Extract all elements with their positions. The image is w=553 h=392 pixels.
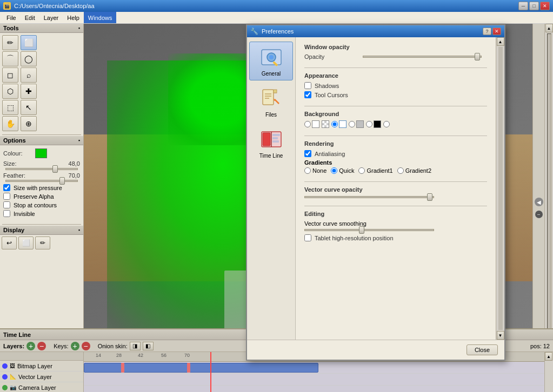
tool-cursors-label: Tool Cursors — [315, 92, 348, 98]
smoothing-slider-thumb[interactable] — [359, 226, 364, 234]
gradient-2-radio[interactable] — [397, 167, 404, 174]
vector-opacity-row — [304, 196, 487, 198]
rendering-section: Rendering Antialiasing Gradients None — [304, 140, 487, 174]
smoothing-row — [304, 229, 487, 231]
gradient-1-opt: Gradient1 — [358, 167, 392, 174]
modal-help-button[interactable]: ? — [483, 28, 491, 35]
shadows-label: Shadows — [315, 83, 339, 89]
modal-scroll-up[interactable]: ▲ — [497, 37, 504, 46]
modal-scroll-down[interactable]: ▼ — [497, 331, 504, 340]
vector-opacity-section: Vector curve opacity — [304, 186, 487, 198]
gradient-2-opt: Gradient2 — [397, 167, 431, 174]
rendering-title: Rendering — [304, 140, 487, 147]
modal-title-icon: 🔧 — [250, 28, 258, 35]
pref-nav-general[interactable]: General — [249, 42, 293, 80]
appearance-title: Appearance — [304, 72, 487, 79]
editing-section: Editing Vector curve smoothing Tablet hi… — [304, 211, 487, 241]
antialiasing-row: Antialiasing — [304, 150, 487, 157]
background-title: Background — [304, 111, 487, 117]
modal-footer: Close — [247, 340, 504, 360]
modal-content: Window opacity Opacity Appearance Shadow… — [296, 37, 496, 340]
bg-opt-checker — [322, 120, 329, 128]
opacity-label: Opacity — [304, 53, 358, 60]
pref-timeline-icon — [259, 127, 283, 151]
window-opacity-section: Window opacity Opacity — [304, 44, 487, 60]
gradient-quick-radio[interactable] — [331, 167, 337, 174]
pref-timeline-label: Time Line — [259, 153, 283, 159]
modal-body: General — [247, 37, 504, 340]
smoothing-label: Vector curve smoothing — [304, 220, 487, 227]
gradients-label: Gradients — [304, 159, 332, 166]
tool-cursors-checkbox[interactable] — [304, 91, 311, 98]
svg-rect-16 — [272, 137, 278, 139]
gradient-none-radio[interactable] — [304, 167, 311, 174]
opacity-slider[interactable] — [363, 56, 482, 58]
bg-radio-transparent[interactable] — [304, 121, 311, 127]
opacity-slider-thumb[interactable] — [475, 53, 480, 60]
svg-rect-13 — [263, 133, 270, 146]
vector-opacity-slider[interactable] — [304, 196, 434, 198]
gradients-row: Gradients None Quick Gradient1 — [304, 159, 487, 174]
tablet-checkbox[interactable] — [304, 234, 311, 241]
bg-radio-darkblue[interactable] — [383, 121, 390, 127]
pref-nav-timeline[interactable]: Time Line — [249, 124, 293, 163]
pref-general-label: General — [262, 71, 281, 77]
modal-scrollbar: ▲ ▼ — [496, 37, 504, 340]
svg-point-2 — [269, 55, 274, 59]
tablet-row: Tablet high-resolution position — [304, 234, 487, 241]
bg-opt-transparent — [304, 120, 319, 128]
preferences-modal: 🔧 Preferences ? ✕ — [246, 24, 505, 361]
gradient-1-radio[interactable] — [358, 167, 365, 174]
tablet-label: Tablet high-resolution position — [315, 235, 394, 241]
modal-overlay: 🔧 Preferences ? ✕ — [0, 0, 553, 392]
pref-general-icon — [259, 45, 283, 69]
gradient-quick-opt: Quick — [331, 167, 354, 174]
bg-swatch-checker — [322, 120, 329, 128]
appearance-section: Appearance Shadows Tool Cursors — [304, 72, 487, 98]
bg-swatch-black — [374, 120, 381, 128]
bg-swatch-lightgrey — [356, 120, 364, 128]
svg-rect-17 — [272, 140, 279, 143]
modal-scroll-track — [498, 47, 503, 330]
bg-swatch-transparent — [312, 120, 319, 128]
vector-opacity-title: Vector curve opacity — [304, 186, 487, 193]
editing-title: Editing — [304, 211, 487, 217]
pref-files-icon — [259, 86, 283, 110]
pref-nav-files[interactable]: Files — [249, 83, 293, 121]
bg-opt-darkblue — [383, 121, 390, 127]
vector-opacity-thumb[interactable] — [427, 193, 432, 201]
svg-rect-4 — [263, 90, 274, 105]
pref-files-label: Files — [265, 112, 277, 118]
svg-rect-15 — [272, 134, 280, 136]
background-swatches — [304, 120, 487, 128]
svg-line-10 — [275, 99, 279, 104]
shadows-checkbox[interactable] — [304, 82, 311, 89]
bg-radio-lightgrey[interactable] — [349, 121, 355, 127]
modal-sidebar: General — [247, 37, 296, 340]
window-opacity-title: Window opacity — [304, 44, 487, 50]
bg-swatch-white — [339, 120, 347, 128]
bg-radio-white[interactable] — [331, 121, 338, 127]
modal-title-left: 🔧 Preferences — [250, 28, 294, 35]
opacity-row: Opacity — [304, 53, 487, 60]
modal-title-text: Preferences — [262, 28, 294, 35]
gradient-none-opt: None — [304, 167, 327, 174]
antialiasing-label: Antialiasing — [315, 151, 345, 157]
modal-controls: ? ✕ — [483, 28, 501, 35]
shadows-row: Shadows — [304, 82, 487, 89]
bg-opt-white — [331, 120, 347, 128]
svg-rect-6 — [274, 90, 277, 93]
bg-opt-lightgrey — [349, 120, 364, 128]
gradient-options: None Quick Gradient1 Gradient2 — [304, 167, 487, 174]
bg-radio-black[interactable] — [366, 121, 372, 127]
modal-title-bar: 🔧 Preferences ? ✕ — [247, 25, 504, 37]
smoothing-slider[interactable] — [304, 229, 434, 231]
antialiasing-checkbox[interactable] — [304, 150, 311, 157]
bg-opt-black — [366, 120, 381, 128]
background-section: Background — [304, 111, 487, 128]
tool-cursors-row: Tool Cursors — [304, 91, 487, 98]
modal-close-x-button[interactable]: ✕ — [492, 28, 501, 35]
close-modal-button[interactable]: Close — [467, 344, 498, 355]
